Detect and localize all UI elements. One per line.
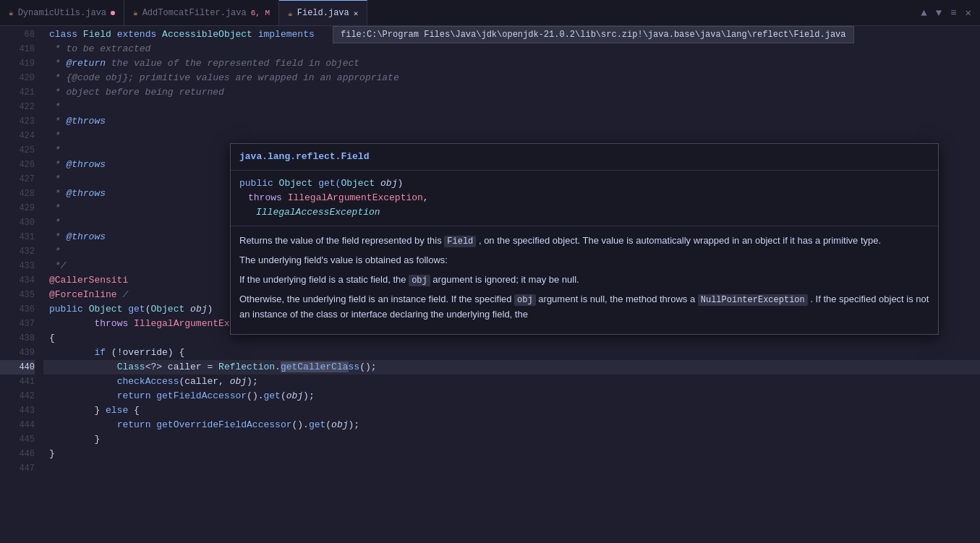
tab-label-addtomcat: AddTomcatFilter.java [142, 8, 247, 18]
tab-icon-field: ☕ [288, 9, 293, 18]
line-numbers: 68 418 419 420 421 422 423 424 425 426 4… [0, 26, 43, 543]
code-line-421: * object before being returned [43, 85, 980, 100]
ln-436: 436 [0, 302, 35, 317]
popup-desc4: Otherwise, the underlying field is an in… [239, 292, 929, 322]
nav-menu-button[interactable]: ≡ [947, 6, 959, 20]
nav-down-button[interactable]: ▼ [933, 6, 945, 20]
popup-desc4-code: obj [514, 294, 536, 306]
code-line-423: * @throws [43, 114, 980, 129]
popup-sig-paren: ) [397, 178, 403, 189]
ln-430: 430 [0, 215, 35, 230]
tab-label-field: Field.java [297, 8, 349, 18]
ln-424: 424 [0, 129, 35, 143]
tab-fieldjava[interactable]: ☕ Field.java ✕ [279, 0, 367, 25]
code-line-418: * to be extracted [43, 42, 980, 56]
code-line-419: * @return the value of the represented f… [43, 56, 980, 71]
ln-438: 438 [0, 331, 35, 346]
ln-442: 442 [0, 389, 35, 403]
code-line-445: } [43, 432, 980, 447]
popup-desc1-code: Field [444, 236, 476, 247]
tab-badge-addtomcat: 6, M [251, 9, 270, 17]
popup-desc1: Returns the value of the field represent… [239, 234, 929, 249]
popup-desc2: The underlying field's value is obtained… [239, 253, 929, 268]
popup-sig-throws: throws IllegalArgumentException, [239, 192, 429, 203]
ln-435: 435 [0, 288, 35, 302]
tab-close-field[interactable]: ✕ [354, 9, 359, 18]
ln-423: 423 [0, 114, 35, 129]
ln-446: 446 [0, 447, 35, 461]
ln-440: 440 [0, 360, 35, 375]
ln-429: 429 [0, 201, 35, 215]
popup-desc5-code: NullPointerException [698, 294, 808, 306]
tab-bar: ☕ DynamicUtils.java ☕ AddTomcatFilter.ja… [0, 0, 980, 26]
ln-68: 68 [0, 27, 35, 42]
ln-437: 437 [0, 317, 35, 331]
hover-popup: java.lang.reflect.Field public Object ge… [230, 143, 939, 335]
ln-431: 431 [0, 230, 35, 244]
tab-addtomcatfilter[interactable]: ☕ AddTomcatFilter.java 6, M [124, 0, 279, 25]
code-line-446: } [43, 447, 980, 461]
ln-420: 420 [0, 71, 35, 85]
code-line-447 [43, 461, 980, 476]
tab-icon-addtomcat: ☕ [133, 8, 138, 17]
ln-444: 444 [0, 418, 35, 432]
code-line-68: class Field extends AccessibleObject imp… [43, 27, 980, 42]
tab-modified-dynamicutils [111, 11, 115, 15]
popup-sig-method: get( [318, 178, 341, 189]
popup-class-name: java.lang.reflect.Field [239, 151, 369, 162]
ln-439: 439 [0, 346, 35, 360]
ln-422: 422 [0, 100, 35, 114]
code-line-441: checkAccess(caller, obj); [43, 375, 980, 389]
ln-421: 421 [0, 85, 35, 100]
code-line-420: * {@code obj}; primitive values are wrap… [43, 71, 980, 85]
code-line-443: } else { [43, 403, 980, 418]
popup-sig-type2: Object [341, 178, 380, 189]
popup-desc3: If the underlying field is a static fiel… [239, 273, 929, 288]
ln-426: 426 [0, 158, 35, 172]
tab-dynamicutils[interactable]: ☕ DynamicUtils.java [0, 0, 124, 25]
ln-433: 433 [0, 259, 35, 273]
popup-sig-exc2: IllegalAccessException [239, 207, 380, 218]
code-area: 68 418 419 420 421 422 423 424 425 426 4… [0, 26, 980, 543]
ln-427: 427 [0, 172, 35, 187]
ln-432: 432 [0, 244, 35, 259]
popup-desc3-code: obj [409, 275, 430, 286]
ln-428: 428 [0, 187, 35, 201]
popup-body: Returns the value of the field represent… [231, 226, 938, 334]
code-line-444: return getOverrideFieldAccessor().get(ob… [43, 418, 980, 432]
popup-signature: public Object get(Object obj) throws Ill… [231, 171, 938, 226]
code-line-424: * [43, 129, 980, 143]
popup-sig-type1: Object [279, 178, 319, 189]
code-line-440: Class<?> caller = Reflection.getCallerCl… [43, 360, 980, 375]
ln-418: 418 [0, 42, 35, 56]
nav-arrows: ▲ ▼ ≡ ✕ [918, 5, 980, 20]
tab-icon-dynamicutils: ☕ [9, 8, 14, 17]
ln-445: 445 [0, 432, 35, 447]
ln-425: 425 [0, 143, 35, 158]
ln-419: 419 [0, 56, 35, 71]
code-line-422: * [43, 100, 980, 114]
code-content[interactable]: class Field extends AccessibleObject imp… [43, 26, 980, 543]
tab-label-dynamicutils: DynamicUtils.java [18, 8, 106, 18]
nav-up-button[interactable]: ▲ [918, 6, 929, 20]
ln-447: 447 [0, 461, 35, 476]
code-line-442: return getFieldAccessor().get(obj); [43, 389, 980, 403]
popup-header: java.lang.reflect.Field [231, 144, 938, 171]
ln-443: 443 [0, 403, 35, 418]
nav-close-button[interactable]: ✕ [963, 5, 974, 20]
ln-434: 434 [0, 273, 35, 288]
ln-441: 441 [0, 375, 35, 389]
popup-sig-param: obj [380, 178, 397, 189]
code-line-439: if (!override) { [43, 346, 980, 360]
popup-sig-kw1: public [239, 178, 279, 189]
